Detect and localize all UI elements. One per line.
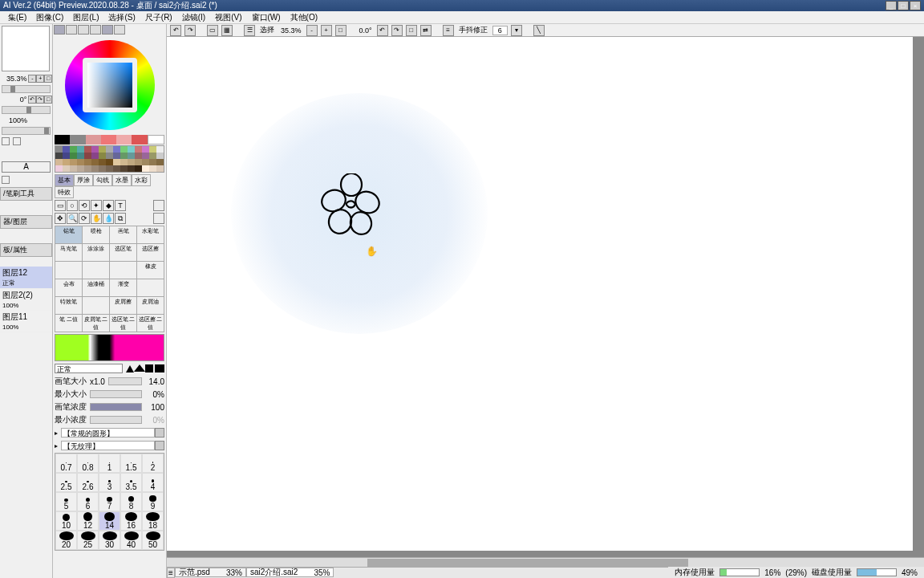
brush-seleraser[interactable]: 选区擦	[137, 244, 164, 262]
line-tool-icon[interactable]: ╲	[533, 25, 545, 36]
brush-size-cell[interactable]: 3	[99, 473, 120, 492]
brush-size-cell[interactable]: 7	[99, 492, 120, 511]
menu-filter[interactable]: 滤镜(I)	[177, 12, 210, 23]
brush-canvas[interactable]: 会布	[55, 279, 83, 297]
colormode-wheel[interactable]	[54, 25, 65, 35]
tooltab-basic[interactable]: 基本	[55, 174, 74, 186]
rotate-reset-button[interactable]: □	[406, 25, 417, 36]
brush-flake-e[interactable]: 皮屑擦	[110, 297, 137, 315]
shape-tri2-icon[interactable]	[134, 364, 145, 372]
stabilizer-value[interactable]: 6	[492, 26, 508, 35]
rotate-ccw-button[interactable]: ↶	[377, 25, 388, 36]
menu-window[interactable]: 窗口(W)	[247, 12, 286, 23]
brush-marker[interactable]: 马克笔	[55, 244, 83, 262]
expand-texture-icon[interactable]: ▸	[55, 442, 61, 450]
wand-icon[interactable]: ✦	[91, 200, 102, 211]
zoom-fit-button[interactable]: □	[335, 25, 346, 36]
brush-size-cell[interactable]: 0.7	[55, 454, 77, 473]
brush-size-cell[interactable]: 20	[55, 531, 77, 550]
brush-size-cell[interactable]: 25	[77, 531, 99, 550]
brush-size-cell[interactable]: 6	[77, 492, 99, 511]
brush-fx[interactable]: 特效笔	[55, 297, 83, 315]
brush-brush[interactable]: 画笔	[110, 226, 137, 244]
brush-bin-pen[interactable]: 笔 二值	[55, 315, 83, 332]
colormode-list[interactable]	[78, 25, 89, 35]
panel-properties[interactable]: 板/属性	[0, 243, 52, 257]
brush-bin-sele[interactable]: 选区擦 二值	[137, 315, 164, 332]
brush-airbrush[interactable]: 喷枪	[83, 226, 110, 244]
horizontal-scrollbar[interactable]	[167, 557, 924, 567]
brush-bin-sel[interactable]: 选区笔 二值	[110, 315, 137, 332]
handtool-icon[interactable]	[2, 176, 10, 184]
brush-shape-preview[interactable]	[155, 428, 164, 438]
colormode-grid[interactable]	[90, 25, 101, 35]
brush-size-cell[interactable]: 10	[55, 511, 77, 531]
close-button[interactable]: ×	[910, 1, 921, 10]
nav-angle-slider[interactable]	[2, 106, 51, 114]
hand-tool-icon[interactable]: ✋	[91, 213, 102, 224]
brush-size-cell[interactable]: 5	[55, 492, 77, 511]
brush-size-cell[interactable]: 12	[77, 511, 99, 531]
brush-eraser[interactable]: 橡皮	[137, 262, 164, 279]
param-density-slider[interactable]	[90, 403, 142, 411]
blend-mode-select[interactable]: 正常	[55, 364, 123, 373]
brush-size-cell[interactable]: 50	[142, 531, 164, 550]
layer-item[interactable]: 图层11100%	[0, 311, 52, 332]
nav-opacity-slider[interactable]	[2, 127, 51, 135]
zoom-out-button[interactable]: -	[306, 25, 318, 36]
layer-item[interactable]: 图层2(2)100%	[0, 289, 52, 311]
colormode-mixer[interactable]	[114, 25, 125, 35]
zoom-in-button[interactable]: +	[321, 25, 332, 36]
expand-shape-icon[interactable]: ▸	[55, 429, 61, 437]
menu-other[interactable]: 其他(O)	[286, 12, 322, 23]
menu-ruler[interactable]: 尺子(R)	[140, 12, 177, 23]
nav-zoom-reset[interactable]: □	[44, 75, 52, 83]
redo-button[interactable]: ↷	[184, 25, 196, 36]
brush-gradient[interactable]: 渐变	[110, 279, 137, 297]
brush-empty[interactable]	[55, 262, 83, 279]
brush-empty[interactable]	[83, 262, 110, 279]
colormode-swatches[interactable]	[102, 25, 113, 35]
tab-menu-icon[interactable]: ≡	[167, 568, 175, 578]
marquee-ellipse-icon[interactable]: ○	[67, 200, 78, 211]
canvas[interactable]: ✋	[167, 37, 913, 551]
canvas-viewport[interactable]: ✋	[167, 37, 924, 557]
menu-view[interactable]: 视图(V)	[210, 12, 246, 23]
brush-bucket[interactable]: 油漆桶	[83, 279, 110, 297]
minimize-button[interactable]: _	[886, 1, 897, 10]
background-swatch[interactable]	[153, 213, 164, 224]
tooltab-ink[interactable]: 水墨	[112, 174, 132, 186]
brush-size-cell[interactable]: 1	[99, 454, 120, 473]
scratchpad[interactable]	[55, 334, 164, 361]
nav-zoom-slider[interactable]	[2, 85, 51, 93]
text-icon[interactable]: T	[115, 200, 126, 211]
star-icon[interactable]	[13, 137, 21, 145]
menu-file[interactable]: 集(E)	[3, 12, 31, 23]
lasso-icon[interactable]: ⟲	[79, 200, 90, 211]
tooltab-line[interactable]: 勾线	[93, 174, 112, 186]
marquee-rect-icon[interactable]: ▭	[55, 200, 66, 211]
param-minsize-slider[interactable]	[90, 390, 142, 398]
brush-size-cell[interactable]: 9	[142, 492, 164, 511]
brush-pencil[interactable]: 铅笔	[55, 226, 83, 244]
nav-rot-ccw[interactable]: ↶	[28, 96, 36, 104]
brush-texture-select[interactable]: 【无纹理】	[61, 441, 155, 450]
brush-size-cell[interactable]: 40	[120, 531, 142, 550]
nav-zoom-in[interactable]: +	[36, 75, 44, 83]
brush-size-cell[interactable]: 2.6	[77, 473, 99, 492]
brush-size-cell[interactable]: 1.5	[120, 454, 142, 473]
tooltab-water[interactable]: 水彩	[132, 174, 151, 186]
tooltab-fx[interactable]: 特效	[55, 186, 74, 198]
maximize-button[interactable]: □	[898, 1, 909, 10]
brush-watercolor[interactable]: 水彩笔	[137, 226, 164, 244]
brush-size-cell[interactable]: 30	[99, 531, 120, 550]
crop-icon[interactable]: ⧉	[115, 213, 126, 224]
shape-icon[interactable]: ◆	[103, 200, 114, 211]
brush-size-cell[interactable]: 16	[120, 511, 142, 531]
document-tab[interactable]: 示范.psd33%	[175, 568, 246, 577]
brush-size-cell[interactable]: 18	[142, 511, 164, 531]
color-palette[interactable]	[55, 145, 164, 173]
param-size-slider[interactable]	[108, 377, 142, 385]
brush-selpen[interactable]: 选区笔	[110, 244, 137, 262]
deselect-button[interactable]: ▭	[207, 25, 218, 36]
